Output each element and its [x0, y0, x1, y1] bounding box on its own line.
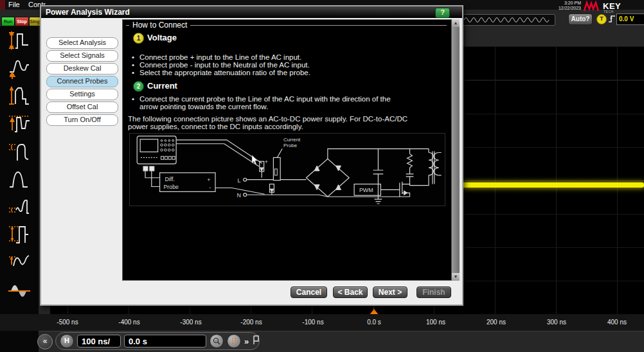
- back-button[interactable]: < Back: [333, 286, 368, 298]
- voltage-bullet-1: •Connect probe + input to the Line of th…: [132, 53, 301, 61]
- diff-probe-label-2: Probe: [163, 184, 179, 190]
- time-tick: -100 ns: [287, 319, 339, 326]
- vmax-icon[interactable]: [6, 111, 32, 136]
- time-tick: -500 ns: [42, 319, 93, 326]
- rising-edge-icon[interactable]: [608, 14, 616, 26]
- keysight-logo-icon: [584, 1, 602, 13]
- horizontal-control-bar: « H 100 ns/ 0.0 s z »: [39, 331, 644, 352]
- timebase-delay-field[interactable]: 0.0 s: [124, 335, 206, 348]
- time-tick: -200 ns: [226, 319, 277, 326]
- vtop-icon[interactable]: [6, 84, 32, 108]
- note-line2: power supplies, connect to the DC inputs…: [128, 123, 303, 130]
- finish-button: Finish: [416, 286, 451, 298]
- vpulse-icon[interactable]: [6, 166, 32, 191]
- clock-date: 12/22/2023: [539, 6, 581, 11]
- timebase-scale-field[interactable]: 100 ns/: [77, 335, 121, 348]
- bullet-glyph: •: [132, 69, 139, 76]
- current-bullet-line1: •Connect the current probe to the Line o…: [132, 95, 391, 103]
- nav-settings[interactable]: Settings: [46, 89, 118, 100]
- note-line1: The following connection picture shows a…: [128, 115, 407, 123]
- probe-plus-label: +: [265, 159, 268, 165]
- ac-amplitude-icon[interactable]: [6, 249, 32, 274]
- diff-minus-label: -: [209, 184, 211, 191]
- time-tick: 200 ns: [470, 319, 522, 326]
- app-icon: [0, 0, 5, 10]
- time-axis: -500 ns -400 ns -300 ns -200 ns -100 ns …: [0, 314, 644, 331]
- cancel-button[interactable]: Cancel: [291, 286, 327, 298]
- svg-text:z: z: [215, 339, 217, 342]
- voltage-section-title: Voltage: [147, 33, 177, 42]
- dialog-title: Power Analysis Wizard: [46, 8, 130, 17]
- trigger-level-field[interactable]: 0.0 V: [616, 13, 644, 25]
- menu-file[interactable]: File: [8, 1, 20, 8]
- step2-badge: 2: [133, 81, 144, 92]
- time-tick: 0.0 s: [348, 319, 400, 326]
- clock-time: 3:20 PM: [539, 1, 581, 6]
- nav-offset-cal[interactable]: Offset Cal: [46, 101, 118, 113]
- scroll-up-icon[interactable]: ▲: [452, 19, 460, 27]
- cursors-button[interactable]: [227, 334, 241, 348]
- connection-diagram: Diff. Probe + - L N + PWM Current Probe: [129, 133, 445, 206]
- run-button[interactable]: Run: [1, 17, 15, 26]
- scroll-down-icon[interactable]: ▼: [452, 273, 460, 281]
- current-section-title: Current: [147, 81, 177, 91]
- time-tick: -400 ns: [103, 319, 155, 326]
- time-tick: 400 ns: [591, 319, 643, 326]
- trigger-source-badge[interactable]: T: [596, 14, 607, 24]
- measurement-sidebar: [0, 26, 39, 352]
- bullet-glyph: •: [132, 53, 139, 61]
- oscilloscope-screen: File Contr 3:20 PM 12/22/2023 KEY TECH R…: [0, 0, 644, 352]
- bullet-glyph: •: [132, 61, 139, 69]
- next-button[interactable]: Next >: [373, 286, 407, 298]
- diff-probe-label-1: Diff.: [165, 176, 175, 182]
- time-tick: 300 ns: [531, 319, 582, 326]
- horizontal-menu-button[interactable]: H: [60, 334, 74, 348]
- content-scrollbar[interactable]: ▲ ▼: [452, 19, 460, 281]
- timebase-pill: H 100 ns/ 0.0 s z »: [55, 332, 260, 350]
- brand-sub: TECH: [604, 10, 614, 13]
- time-tick: -300 ns: [165, 319, 217, 326]
- nav-turn-on-off[interactable]: Turn On/Off: [46, 114, 118, 126]
- overshoot-icon[interactable]: [6, 139, 32, 163]
- waveform-preview[interactable]: [461, 14, 555, 26]
- current-probe-label-1: Current: [283, 137, 301, 143]
- neutral-terminal-label: N: [237, 192, 240, 198]
- power-analysis-wizard-dialog: Power Analysis Wizard ? Select Analysis …: [40, 5, 463, 306]
- nav-select-signals[interactable]: Select Signals: [46, 50, 118, 62]
- pwm-label: PWM: [359, 187, 373, 193]
- bullet-glyph: •: [132, 95, 139, 103]
- zoom-search-button[interactable]: z: [210, 334, 224, 348]
- group-title: How to Connect: [129, 21, 190, 30]
- vmin-icon[interactable]: [6, 194, 32, 218]
- vamp-icon[interactable]: [6, 28, 32, 53]
- vpp-icon[interactable]: [6, 222, 32, 246]
- help-button[interactable]: ?: [435, 8, 450, 18]
- nav-deskew-cal[interactable]: Deskew Cal: [46, 63, 118, 75]
- diff-plus-label: +: [207, 177, 210, 183]
- step1-badge: 1: [133, 33, 144, 44]
- line-terminal-label: L: [237, 177, 240, 184]
- dialog-title-bar[interactable]: Power Analysis Wizard ?: [41, 6, 462, 18]
- area-icon[interactable]: [6, 277, 32, 301]
- voltage-bullet-2: •Connect probe - input to the Neutral of…: [132, 61, 310, 69]
- voltage-bullet-3: •Select the appropriate attenuation rati…: [132, 69, 310, 76]
- current-bullet-line2: arrow pointing towards the current flow.: [139, 103, 268, 110]
- vbase-icon[interactable]: [6, 56, 32, 80]
- stop-button[interactable]: Stop: [15, 17, 29, 26]
- nav-connect-probes[interactable]: Connect Probes: [46, 76, 118, 87]
- autoscale-button[interactable]: Auto?: [568, 13, 593, 25]
- pin-icon[interactable]: [252, 335, 260, 348]
- clock: 3:20 PM 12/22/2023: [539, 1, 581, 11]
- wizard-step-nav: Select Analysis Select Signals Deskew Ca…: [46, 37, 118, 126]
- current-probe-label-2: Probe: [283, 143, 298, 148]
- collapse-chevron-button[interactable]: «: [37, 334, 53, 349]
- nav-select-analysis[interactable]: Select Analysis: [46, 37, 118, 49]
- time-tick: 100 ns: [410, 319, 461, 326]
- how-to-connect-panel: How to Connect 1 Voltage •Connect probe …: [122, 19, 452, 281]
- expand-chevron-button[interactable]: »: [244, 337, 249, 346]
